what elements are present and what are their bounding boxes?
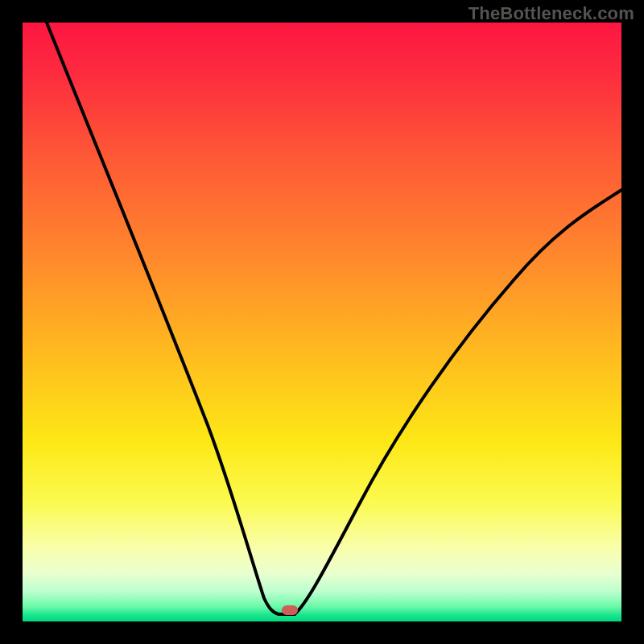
- plot-area: [23, 23, 621, 621]
- chart-frame: TheBottleneck.com: [0, 0, 644, 644]
- minimum-marker: [282, 605, 298, 615]
- watermark-text: TheBottleneck.com: [469, 3, 634, 24]
- bottleneck-curve: [23, 23, 621, 621]
- curve-right-branch: [295, 190, 621, 614]
- curve-left-branch: [47, 23, 295, 614]
